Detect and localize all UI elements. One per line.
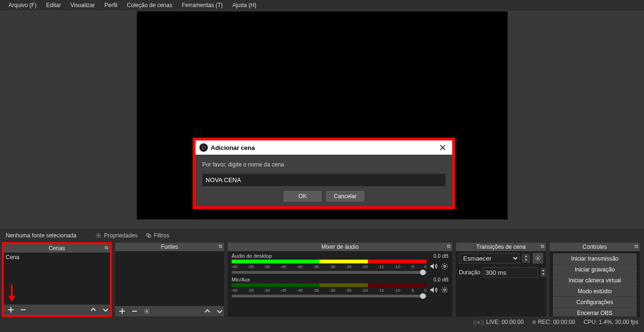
sources-dock: Fontes ⧉ bbox=[115, 242, 224, 317]
svg-point-4 bbox=[98, 235, 100, 236]
scenes-title-label: Cenas bbox=[49, 245, 65, 252]
transition-spin[interactable]: ▲▼ bbox=[522, 254, 530, 262]
properties-button[interactable]: Propriedades bbox=[95, 232, 137, 239]
menu-perfil[interactable]: Perfil bbox=[100, 1, 122, 9]
dialog-body: Por favor, digite o nome da cena OK Canc… bbox=[196, 155, 452, 206]
menu-colecao[interactable]: Coleção de cenas bbox=[122, 1, 177, 9]
exit-button[interactable]: Encerrar OBS bbox=[553, 308, 636, 316]
record-dot-icon bbox=[532, 320, 536, 324]
volume-slider[interactable] bbox=[232, 295, 427, 297]
duration-label: Duração bbox=[459, 269, 480, 276]
remove-source-button[interactable] bbox=[130, 307, 139, 315]
rec-status: REC: 00:00:00 bbox=[532, 319, 575, 325]
svg-point-16 bbox=[444, 265, 446, 267]
move-down-icon[interactable] bbox=[215, 307, 224, 315]
move-up-icon[interactable] bbox=[203, 307, 212, 315]
no-source-label: Nenhuma fonte selecionada bbox=[4, 231, 78, 240]
duration-spin[interactable]: ▲▼ bbox=[541, 268, 546, 277]
cpu-status: CPU: 1.4%, 30.00 fps bbox=[584, 319, 638, 325]
ok-button[interactable]: OK bbox=[284, 191, 322, 201]
mute-icon[interactable] bbox=[429, 262, 438, 271]
start-virtualcam-button[interactable]: Iniciar câmera virtual bbox=[553, 275, 636, 286]
dialog-prompt: Por favor, digite o nome da cena bbox=[202, 161, 446, 168]
audio-meter bbox=[232, 260, 427, 263]
filters-button[interactable]: Filtros bbox=[145, 232, 170, 239]
menu-editar[interactable]: Editar bbox=[41, 1, 65, 9]
menu-ajuda[interactable]: Ajuda (H) bbox=[228, 1, 261, 9]
live-status: ((●))LIVE: 00:00:00 bbox=[473, 319, 524, 325]
mixer-dock: Mixer de áudio ⧉ Áudio do desktop 0.0 dB… bbox=[227, 242, 453, 317]
status-row: Nenhuma fonte selecionada Propriedades F… bbox=[0, 229, 644, 242]
mixer-title-label: Mixer de áudio bbox=[322, 244, 359, 250]
duration-input[interactable] bbox=[483, 267, 538, 278]
popout-icon[interactable]: ⧉ bbox=[447, 244, 450, 249]
mixer-track-db: 0.0 dB bbox=[433, 253, 448, 259]
transition-select[interactable]: Esmaecer bbox=[459, 253, 519, 263]
add-source-button[interactable] bbox=[118, 307, 126, 315]
settings-button[interactable]: Configurações bbox=[553, 297, 636, 307]
move-up-icon[interactable] bbox=[89, 306, 98, 314]
close-icon[interactable] bbox=[433, 140, 452, 155]
svg-point-15 bbox=[146, 310, 148, 312]
meter-scale: -60-55-50-45-40-35-30-25-20-15-10-50 bbox=[232, 288, 427, 293]
audio-meter bbox=[232, 283, 427, 287]
status-bar: ((●))LIVE: 00:00:00 REC: 00:00:00 CPU: 1… bbox=[0, 317, 644, 327]
menu-visualizar[interactable]: Visualizar bbox=[66, 1, 100, 9]
dialog-title-text: Adicionar cena bbox=[211, 144, 255, 151]
scene-item[interactable]: Cena bbox=[4, 253, 110, 262]
svg-point-0 bbox=[201, 145, 207, 151]
obs-logo-icon bbox=[199, 143, 208, 152]
menu-arquivo[interactable]: Arquivo (F) bbox=[4, 1, 41, 9]
preview-area: Adicionar cena Por favor, digite o nome … bbox=[0, 10, 644, 229]
controls-dock: Controles ⧉ Iniciar transmissão Iniciar … bbox=[549, 242, 640, 317]
popout-icon[interactable]: ⧉ bbox=[219, 244, 222, 249]
track-gear-icon[interactable] bbox=[441, 286, 448, 294]
volume-slider[interactable] bbox=[232, 271, 427, 274]
mixer-track-db: 0.0 dB bbox=[433, 277, 448, 282]
popout-icon[interactable]: ⧉ bbox=[541, 244, 544, 249]
controls-title-label: Controles bbox=[582, 244, 607, 250]
cancel-button[interactable]: Cancelar bbox=[326, 191, 364, 201]
filters-label: Filtros bbox=[154, 232, 170, 239]
mute-icon[interactable] bbox=[429, 286, 438, 294]
controls-body: Iniciar transmissão Iniciar gravação Ini… bbox=[550, 251, 640, 316]
mixer-dock-title: Mixer de áudio ⧉ bbox=[228, 243, 452, 251]
studio-mode-button[interactable]: Modo estúdio bbox=[553, 286, 636, 297]
move-down-icon[interactable] bbox=[101, 306, 110, 314]
menu-ferramentas[interactable]: Ferramentas (T) bbox=[177, 1, 228, 9]
popout-icon[interactable]: ⧉ bbox=[635, 244, 638, 249]
transitions-dock-title: Transições de cena ⧉ bbox=[456, 243, 546, 251]
transitions-title-label: Transições de cena bbox=[476, 244, 526, 250]
add-scene-dialog: Adicionar cena Por favor, digite o nome … bbox=[193, 138, 455, 209]
sources-toolbar bbox=[115, 306, 224, 316]
transitions-body: Esmaecer ▲▼ Duração ▲▼ bbox=[456, 251, 546, 316]
dialog-titlebar: Adicionar cena bbox=[196, 140, 452, 155]
meter-scale: -60-55-50-45-40-35-30-25-20-15-10-50 bbox=[232, 264, 427, 269]
filter-icon bbox=[145, 232, 152, 239]
sources-list[interactable] bbox=[115, 251, 224, 306]
scenes-list[interactable]: Cena bbox=[4, 253, 110, 305]
popout-icon[interactable]: ⧉ bbox=[105, 245, 108, 251]
scenes-dock-title: Cenas ⧉ bbox=[4, 244, 110, 253]
scenes-dock: Cenas ⧉ Cena bbox=[2, 242, 112, 317]
scene-name-input[interactable] bbox=[202, 174, 446, 186]
broadcast-icon: ((●)) bbox=[473, 319, 484, 325]
start-recording-button[interactable]: Iniciar gravação bbox=[553, 264, 636, 275]
svg-point-18 bbox=[537, 257, 539, 259]
sources-title-label: Fontes bbox=[161, 244, 179, 250]
remove-scene-button[interactable] bbox=[19, 306, 27, 314]
transition-gear-icon[interactable] bbox=[533, 253, 543, 263]
menubar: Arquivo (F) Editar Visualizar Perfil Col… bbox=[0, 0, 644, 10]
mixer-track-name: Mic/Aux bbox=[232, 277, 250, 282]
svg-point-17 bbox=[444, 289, 446, 291]
scenes-toolbar bbox=[4, 305, 110, 315]
source-properties-button[interactable] bbox=[143, 307, 151, 315]
properties-label: Propriedades bbox=[104, 232, 137, 239]
start-streaming-button[interactable]: Iniciar transmissão bbox=[553, 253, 636, 264]
sources-dock-title: Fontes ⧉ bbox=[115, 243, 224, 251]
track-gear-icon[interactable] bbox=[441, 262, 448, 270]
add-scene-button[interactable] bbox=[7, 306, 15, 314]
transitions-dock: Transições de cena ⧉ Esmaecer ▲▼ Duração… bbox=[456, 242, 546, 317]
svg-marker-8 bbox=[9, 296, 16, 302]
mixer-body: Áudio do desktop 0.0 dB -60-55-50-45-40-… bbox=[228, 251, 452, 316]
